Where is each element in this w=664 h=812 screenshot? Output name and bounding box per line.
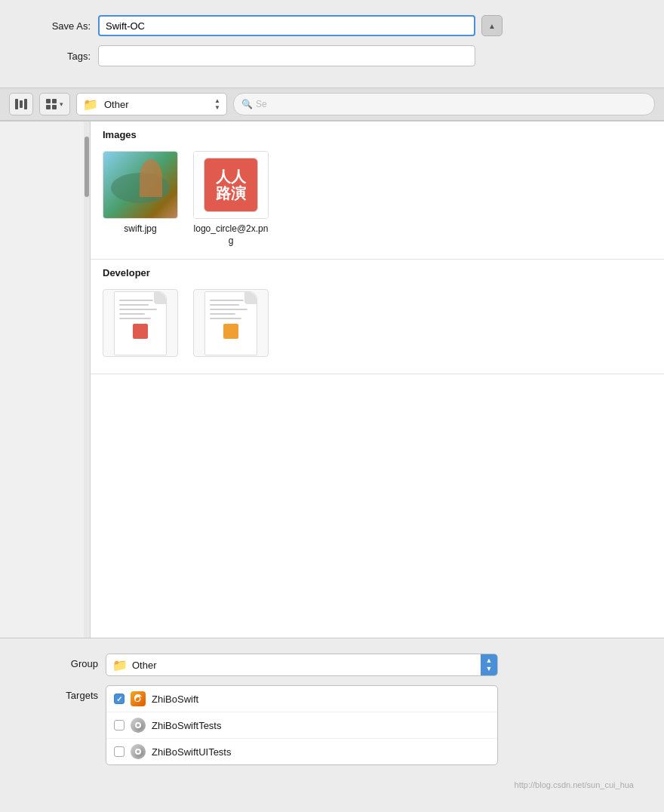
watermark: http://blog.csdn.net/sun_cui_hua [30, 774, 634, 789]
swift-jpg-label: swift.jpg [124, 223, 156, 235]
doc2-icon [204, 291, 257, 355]
target-2-name: ZhiBoSwiftUITests [152, 746, 231, 758]
test-app-icon-2 [131, 744, 146, 759]
target-0-checkbox[interactable]: ✓ [114, 694, 124, 704]
doc2-thumb [193, 289, 269, 357]
logo-png-thumb: 人人 路演 [193, 151, 269, 219]
checkmark-icon: ✓ [116, 695, 122, 703]
file-content: Images swift.jpg 人人 [91, 121, 664, 638]
doc1-accent [133, 324, 148, 339]
list-item: ZhiBoSwiftTests [106, 712, 497, 739]
list-item: ZhiBoSwiftUITests [106, 739, 497, 764]
list-item: ✓ ZhiBoSwift [106, 686, 497, 712]
expand-button[interactable]: ▲ [481, 15, 503, 36]
list-item[interactable] [193, 289, 269, 361]
grid-icon [46, 99, 57, 109]
file-browser: Images swift.jpg 人人 [0, 121, 664, 638]
list-item[interactable]: swift.jpg [103, 151, 178, 247]
tags-label: Tags: [30, 51, 91, 62]
logo-image: 人人 路演 [194, 152, 268, 218]
swift-jpg-thumb [103, 151, 178, 219]
developer-section-header: Developer [91, 260, 664, 283]
test-app-icon-1 [131, 718, 146, 733]
target-2-checkbox[interactable] [114, 746, 124, 757]
group-folder-icon: 📁 [112, 658, 128, 672]
swift-app-icon [131, 691, 146, 706]
targets-label: Targets [30, 685, 98, 701]
search-box[interactable]: 🔍 Se [233, 93, 655, 115]
sidebar-panel [0, 121, 91, 638]
logo-png-label: logo_circle@2x.png [193, 223, 269, 247]
save-as-row: Save As: ▲ [30, 15, 634, 36]
grid-view-button[interactable]: ▾ [39, 93, 70, 115]
group-label: Group [30, 654, 98, 669]
group-value: Other [132, 660, 481, 671]
tags-input[interactable] [98, 45, 475, 66]
location-dropdown[interactable]: 📁 Other ▲ ▼ [76, 93, 227, 115]
search-placeholder: Se [256, 99, 267, 109]
save-dialog: Save As: ▲ Tags: ▾ [0, 0, 664, 812]
scrollbar-thumb[interactable] [85, 137, 89, 197]
save-as-label: Save As: [30, 20, 91, 32]
location-stepper: ▲ ▼ [214, 98, 220, 111]
doc1-thumb [103, 289, 178, 357]
toolbar: ▾ 📁 Other ▲ ▼ 🔍 Se [0, 88, 664, 121]
search-icon: 🔍 [241, 99, 253, 109]
doc1-icon [114, 291, 167, 355]
doc2-accent [223, 324, 238, 339]
tags-row: Tags: [30, 45, 634, 66]
target-1-name: ZhiBoSwiftTests [152, 720, 221, 731]
target-1-checkbox[interactable] [114, 720, 124, 730]
images-section-header: Images [91, 121, 664, 145]
group-row: Group 📁 Other ▲ ▼ [30, 654, 634, 676]
save-as-input[interactable] [98, 15, 475, 36]
swift-logo-icon [133, 694, 143, 704]
target-0-name: ZhiBoSwift [152, 694, 198, 705]
expand-icon: ▲ [488, 22, 496, 30]
targets-list: ✓ ZhiBoSwift [106, 685, 498, 765]
columns-view-button[interactable] [9, 93, 33, 115]
developer-section: Developer [91, 260, 664, 374]
images-section: Images swift.jpg 人人 [91, 121, 664, 260]
location-label: Other [104, 99, 211, 110]
images-file-grid: swift.jpg 人人 路演 logo_circle@2x.png [91, 145, 664, 259]
grid-dropdown-arrow: ▾ [60, 100, 63, 108]
columns-icon [15, 99, 27, 109]
location-folder-icon: 📁 [83, 97, 98, 112]
header-section: Save As: ▲ Tags: [0, 0, 664, 88]
targets-row: Targets ✓ ZhiBoSwift [30, 685, 634, 765]
list-item[interactable] [103, 289, 178, 361]
developer-file-grid [91, 283, 664, 374]
logo-inner: 人人 路演 [204, 158, 258, 212]
group-dropdown[interactable]: 📁 Other ▲ ▼ [106, 654, 498, 676]
landscape-image [103, 152, 177, 218]
bottom-section: Group 📁 Other ▲ ▼ Targets ✓ [0, 638, 664, 812]
list-item[interactable]: 人人 路演 logo_circle@2x.png [193, 151, 269, 247]
group-dropdown-arrow: ▲ ▼ [481, 654, 497, 675]
